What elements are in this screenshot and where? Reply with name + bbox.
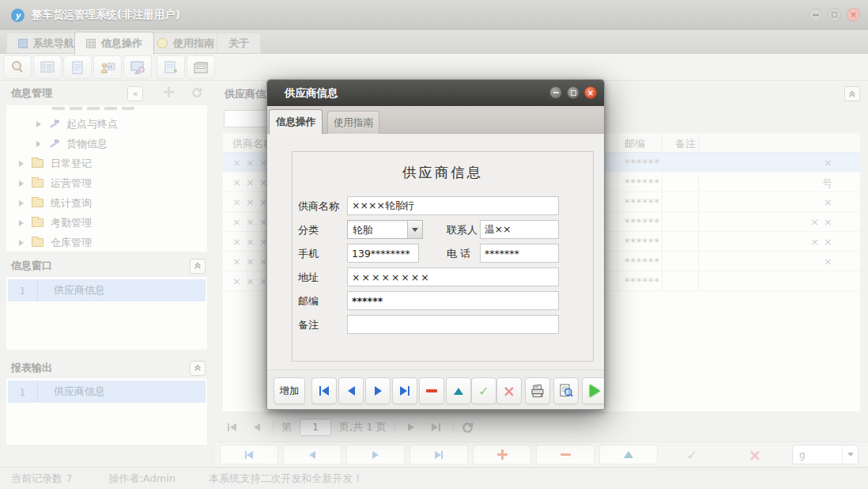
expand-arrow-icon[interactable] [36, 121, 41, 127]
tab-user-guide[interactable]: 使用指南 [145, 32, 226, 53]
minus-icon [426, 389, 437, 392]
cell-partial: ×× [791, 236, 837, 248]
address-field[interactable] [347, 267, 559, 286]
document-toolbutton[interactable] [63, 55, 92, 79]
dialog-tab-info-operations[interactable]: 信息操作 [269, 109, 323, 135]
cell-partial: × [791, 256, 837, 267]
info-window-collapse-button[interactable] [190, 259, 206, 274]
record-first-button[interactable] [220, 445, 278, 464]
search-toolbutton[interactable] [3, 55, 32, 79]
add-icon[interactable] [164, 87, 174, 100]
dialog-minimize-button[interactable] [549, 86, 562, 99]
last-page-button[interactable] [427, 423, 445, 431]
edit-record-button[interactable] [446, 377, 471, 404]
dialog-close-button[interactable]: × [584, 86, 597, 99]
dropdown-value: g [793, 449, 842, 461]
cell-partial: 号 [791, 176, 837, 191]
tree-item-warehouse-management[interactable]: 仓库管理 [6, 233, 207, 252]
page-prefix-label: 第 [281, 420, 292, 434]
cell-zip: ****** [625, 256, 660, 267]
remark-field[interactable] [347, 315, 559, 334]
list-item-supplier-info[interactable]: 1 供应商信息 [8, 279, 206, 301]
first-record-button[interactable] [311, 377, 337, 404]
tab-about[interactable]: 关于 [217, 32, 261, 53]
first-page-button[interactable] [223, 423, 241, 431]
record-navigation-bar: ✓ × g [215, 442, 868, 466]
dialog-title-bar[interactable]: 供应商信息 × [267, 80, 604, 106]
phone-field[interactable] [480, 244, 559, 263]
info-window-header: 信息窗口 [6, 256, 207, 276]
run-button[interactable] [582, 377, 604, 404]
supplier-info-dialog: 供应商信息 × 信息操作 使用指南 供应商信息 供商名称 分类 [266, 79, 605, 410]
expand-arrow-icon[interactable] [36, 141, 41, 147]
delete-record-button[interactable] [419, 377, 444, 404]
report-output-header: 报表输出 [6, 358, 207, 378]
dialog-tab-user-guide[interactable]: 使用指南 [327, 111, 379, 135]
category-value: 轮胎 [348, 221, 407, 238]
print-button[interactable] [525, 377, 550, 404]
refresh-icon[interactable] [191, 87, 202, 100]
record-confirm-button[interactable]: ✓ [662, 445, 721, 464]
refresh-button[interactable] [462, 422, 474, 434]
record-add-button[interactable] [473, 445, 531, 464]
column-header-zip[interactable]: 邮编 [625, 137, 645, 151]
option-dropdown[interactable]: g [792, 445, 859, 464]
cell-zip: ****** [625, 157, 660, 169]
dialog-maximize-button[interactable] [567, 86, 579, 99]
personnel-toolbutton[interactable] [93, 55, 122, 79]
next-record-button[interactable] [365, 377, 391, 404]
record-edit-button[interactable] [599, 445, 658, 464]
category-select[interactable]: 轮胎 [347, 220, 423, 239]
expand-arrow-icon[interactable] [19, 200, 24, 207]
content-collapse-button[interactable] [844, 86, 860, 101]
list-item-index: 1 [8, 381, 38, 403]
report-output-collapse-button[interactable] [190, 361, 206, 376]
tree-item-attendance-management[interactable]: 考勤管理 [6, 213, 207, 233]
cancel-button[interactable]: × [496, 377, 522, 404]
icon-toolbar [0, 54, 868, 81]
sidebar-collapse-button[interactable]: « [127, 86, 143, 101]
form-new-toolbutton[interactable] [157, 55, 185, 79]
tree-item-cargo-info[interactable]: 货物信息 [6, 134, 207, 154]
archive-toolbutton[interactable] [187, 55, 215, 79]
records-toolbutton[interactable] [33, 55, 62, 79]
page-number-input[interactable] [300, 419, 331, 436]
monitor-toolbutton[interactable] [123, 55, 152, 79]
record-last-button[interactable] [409, 445, 468, 464]
record-delete-button[interactable] [536, 445, 594, 464]
dropdown-arrow-button[interactable] [842, 445, 858, 464]
minimize-button[interactable] [809, 8, 822, 21]
record-prev-button[interactable] [283, 445, 342, 464]
prev-page-button[interactable] [249, 423, 265, 431]
tree-item-statistics-query[interactable]: 统计查询 [6, 193, 207, 213]
add-record-button[interactable]: 增加 [274, 377, 305, 404]
record-next-button[interactable] [346, 445, 405, 464]
app-logo-icon: y [11, 9, 25, 22]
tab-info-operations[interactable]: 信息操作 [74, 32, 154, 55]
zip-field[interactable] [347, 291, 559, 310]
print-preview-button[interactable] [553, 377, 579, 404]
column-header-remark[interactable]: 备注 [675, 137, 696, 151]
prev-record-button[interactable] [338, 377, 364, 404]
cell-partial: × [791, 157, 837, 169]
list-item-supplier-report[interactable]: 1 供应商信息 [8, 381, 206, 403]
supplier-name-field[interactable] [347, 196, 559, 215]
expand-arrow-icon[interactable] [19, 161, 24, 167]
last-record-button[interactable] [392, 377, 417, 404]
tree-item-operations-management[interactable]: 运营管理 [6, 173, 207, 193]
confirm-button[interactable]: ✓ [471, 377, 496, 404]
close-button[interactable]: × [847, 8, 860, 21]
record-cancel-button[interactable]: × [726, 445, 784, 464]
status-bar: 当前记录数 7 操作者:Admin 本系统支持二次开发和全新开发！ [0, 467, 868, 489]
maximize-button[interactable] [828, 8, 841, 21]
expand-arrow-icon[interactable] [19, 240, 24, 246]
chevron-double-up-icon [848, 90, 856, 98]
next-page-button[interactable] [403, 423, 419, 431]
combo-arrow-button[interactable] [407, 221, 422, 238]
tree-item-daily-register[interactable]: 日常登记 [6, 154, 207, 173]
mobile-field[interactable] [347, 244, 419, 263]
contact-field[interactable] [480, 220, 559, 239]
tree-item-origin-destination[interactable]: 起点与终点 [6, 114, 207, 134]
expand-arrow-icon[interactable] [19, 180, 24, 187]
expand-arrow-icon[interactable] [19, 220, 24, 226]
